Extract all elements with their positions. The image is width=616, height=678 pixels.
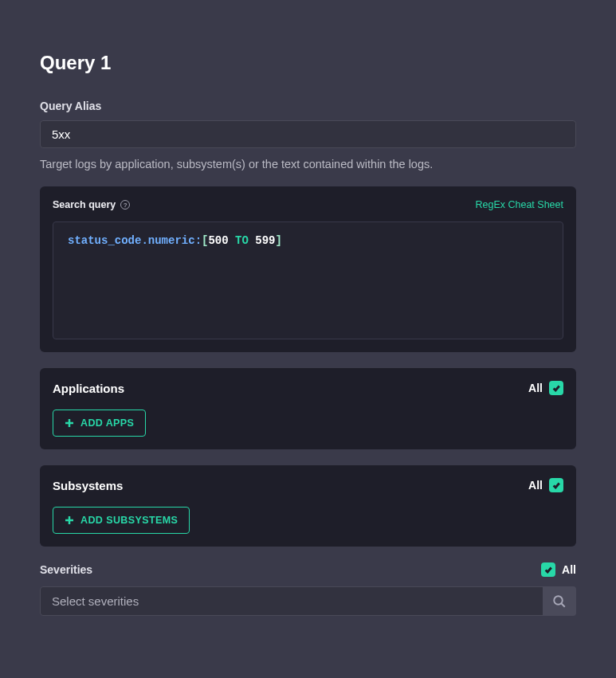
- search-query-panel: Search query ? RegEx Cheat Sheet status_…: [40, 186, 576, 352]
- query-token-num1: 500: [208, 234, 228, 247]
- help-icon[interactable]: ?: [120, 200, 130, 210]
- query-token-field: status_code.numeric:: [68, 234, 202, 247]
- search-query-header: Search query ? RegEx Cheat Sheet: [53, 199, 563, 210]
- svg-line-5: [561, 603, 565, 607]
- subsystems-panel: Subsystems All ADD SUBSYSTEMS: [40, 465, 576, 547]
- subsystems-all-label: All: [528, 479, 543, 492]
- severities-group: Severities All Select severities: [40, 562, 576, 616]
- add-apps-button[interactable]: ADD APPS: [53, 410, 146, 437]
- applications-all-label: All: [528, 382, 543, 394]
- search-query-editor[interactable]: status_code.numeric:[500 TO 599]: [53, 221, 563, 339]
- severities-header: Severities All: [40, 562, 576, 577]
- applications-title: Applications: [53, 382, 124, 395]
- plus-icon: [65, 418, 74, 428]
- search-icon: [552, 594, 567, 609]
- applications-all-wrapper: All: [528, 381, 563, 395]
- query-alias-label: Query Alias: [40, 100, 576, 112]
- subsystems-header: Subsystems All: [53, 478, 563, 492]
- search-query-label-text: Search query: [53, 199, 116, 210]
- add-apps-button-label: ADD APPS: [80, 417, 134, 429]
- plus-icon: [65, 515, 74, 525]
- severities-all-wrapper: All: [541, 562, 576, 577]
- query-token-bracket-close: ]: [276, 234, 282, 247]
- applications-panel: Applications All ADD APPS: [40, 368, 576, 449]
- applications-all-checkbox[interactable]: [549, 381, 563, 395]
- page-title: Query 1: [40, 52, 576, 74]
- subsystems-all-checkbox[interactable]: [549, 478, 563, 492]
- severities-title: Severities: [40, 563, 92, 576]
- applications-header: Applications All: [53, 381, 563, 395]
- add-subsystems-button-label: ADD SUBSYSTEMS: [80, 515, 178, 526]
- severities-all-label: All: [562, 563, 576, 576]
- check-icon: [552, 481, 560, 489]
- query-alias-input[interactable]: [40, 120, 576, 148]
- severities-select-wrapper: Select severities: [40, 586, 576, 616]
- severities-all-checkbox[interactable]: [541, 562, 555, 577]
- severities-select[interactable]: Select severities: [40, 586, 576, 616]
- check-icon: [544, 566, 552, 574]
- severities-search-button[interactable]: [543, 586, 576, 616]
- regex-cheat-sheet-link[interactable]: RegEx Cheat Sheet: [476, 199, 564, 210]
- add-subsystems-button[interactable]: ADD SUBSYSTEMS: [53, 507, 190, 534]
- subsystems-title: Subsystems: [53, 479, 123, 492]
- query-token-num2: 599: [255, 234, 275, 247]
- subsystems-all-wrapper: All: [528, 478, 563, 492]
- svg-point-4: [554, 596, 563, 605]
- search-query-label: Search query ?: [53, 199, 130, 210]
- help-text: Target logs by application, subsystem(s)…: [40, 158, 576, 170]
- query-token-operator: TO: [235, 234, 249, 247]
- check-icon: [552, 384, 560, 392]
